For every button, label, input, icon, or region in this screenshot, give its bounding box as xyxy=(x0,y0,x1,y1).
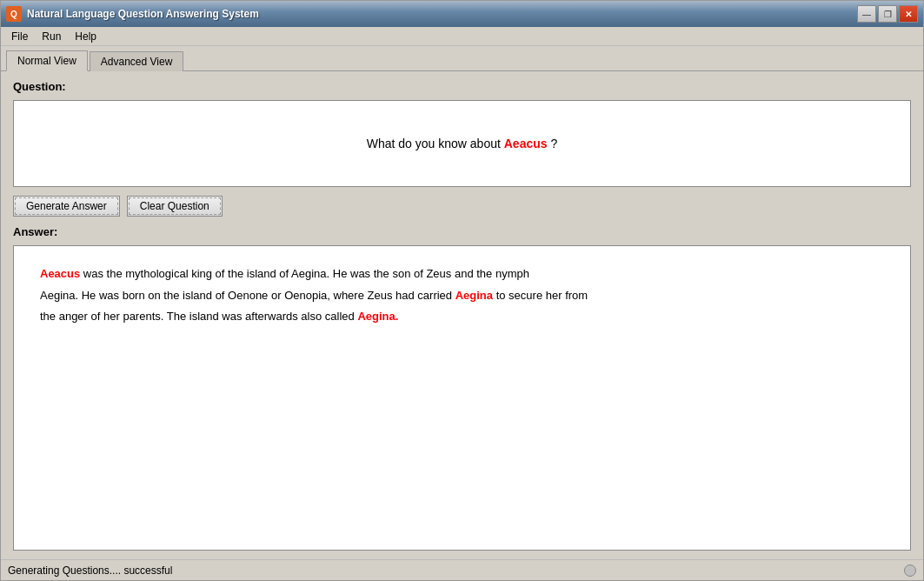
question-prefix: What do you know about xyxy=(367,137,504,150)
close-button[interactable]: ✕ xyxy=(899,5,918,23)
status-indicator xyxy=(904,564,916,577)
answer-box: Aeacus was the mythological king of the … xyxy=(13,245,911,551)
app-icon: Q xyxy=(6,6,22,22)
menu-run[interactable]: Run xyxy=(35,29,68,44)
main-content: Question: What do you know about Aeacus … xyxy=(1,71,923,559)
main-window: Q Natural Language Question Answering Sy… xyxy=(0,0,924,581)
window-title: Natural Language Question Answering Syst… xyxy=(27,8,857,20)
tab-normal-view[interactable]: Normal View xyxy=(6,50,88,71)
answer-line2-prefix: Aegina. He was born on the island of Oen… xyxy=(40,289,455,302)
answer-highlight-aeacus: Aeacus xyxy=(40,267,80,280)
answer-highlight-aegina: Aegina xyxy=(455,289,493,302)
answer-text: Aeacus was the mythological king of the … xyxy=(40,264,884,328)
restore-button[interactable]: ❐ xyxy=(878,5,897,23)
status-text: Generating Questions.... successful xyxy=(8,564,172,577)
answer-label: Answer: xyxy=(13,225,911,238)
tab-advanced-view[interactable]: Advanced View xyxy=(90,51,184,71)
window-controls: — ❐ ✕ xyxy=(857,5,918,23)
answer-highlight-aegina2: Aegina. xyxy=(357,310,398,323)
question-box[interactable]: What do you know about Aeacus ? xyxy=(13,100,911,187)
minimize-button[interactable]: — xyxy=(857,5,876,23)
title-bar: Q Natural Language Question Answering Sy… xyxy=(1,1,923,27)
question-text: What do you know about Aeacus ? xyxy=(367,137,558,150)
question-label: Question: xyxy=(13,80,911,93)
generate-answer-button[interactable]: Generate Answer xyxy=(13,196,120,217)
tab-bar: Normal View Advanced View xyxy=(1,46,923,71)
question-suffix: ? xyxy=(548,137,558,150)
menu-help[interactable]: Help xyxy=(68,29,103,44)
menu-file[interactable]: File xyxy=(4,29,35,44)
button-row: Generate Answer Clear Question xyxy=(13,196,911,217)
clear-question-button[interactable]: Clear Question xyxy=(127,196,223,217)
answer-line2-suffix: to secure her from xyxy=(493,289,588,302)
menu-bar: File Run Help xyxy=(1,27,923,46)
status-bar: Generating Questions.... successful xyxy=(1,559,923,580)
answer-line3-prefix: the anger of her parents. The island was… xyxy=(40,310,357,323)
answer-line1: was the mythological king of the island … xyxy=(80,267,529,280)
question-highlight: Aeacus xyxy=(504,137,548,150)
